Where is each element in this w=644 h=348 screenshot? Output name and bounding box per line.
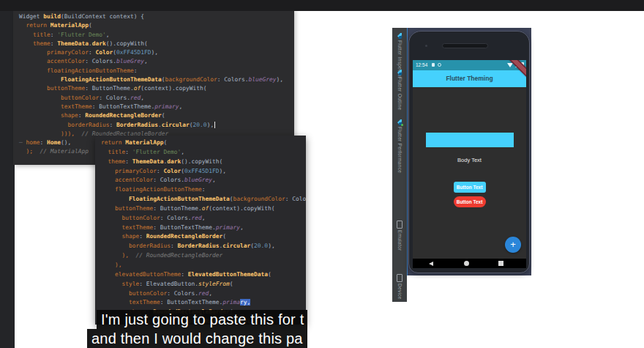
flutter-icon (397, 33, 402, 39)
caption-line-1: I'm just going to paste this for t (97, 310, 307, 329)
video-left-edge (0, 0, 15, 348)
sidebar-tab-flutter-outline[interactable]: Flutter Outline (392, 70, 407, 110)
green-dot-icon (401, 124, 403, 126)
android-nav-bar (413, 259, 526, 268)
speaker-grill (442, 43, 488, 48)
flat-button[interactable]: Button Text (454, 182, 486, 193)
sidebar-tab-flutter-performance[interactable]: Flutter Performance (392, 119, 407, 173)
tool-window-strip: Flutter Inspector Flutter Outline Flutte… (392, 28, 407, 302)
tab-label: Flutter Performance (397, 127, 402, 173)
status-bar: 12:54 (413, 60, 526, 70)
flutter-icon (397, 119, 402, 125)
phone-icon (397, 221, 402, 229)
front-camera (425, 45, 427, 47)
sidebar-tab-device[interactable]: Device (392, 274, 407, 300)
app-bar-title: Flutter Theming (413, 70, 526, 87)
nav-home-icon[interactable] (464, 261, 469, 266)
phone-icon (397, 274, 402, 282)
tab-label: Emulator (397, 230, 402, 251)
container-box (426, 133, 514, 147)
nav-recents-icon[interactable] (498, 261, 503, 266)
caption-line-2: and then I would change this pa (87, 329, 307, 348)
raised-button[interactable]: Button Text (454, 196, 486, 207)
notification-icon (432, 63, 435, 67)
fab-button[interactable]: + (505, 237, 521, 253)
wifi-icon (507, 63, 513, 67)
emulator-panel: Flutter Inspector Flutter Outline Flutte… (392, 28, 531, 302)
top-dark-bar (0, 0, 644, 11)
phone-frame: 12:54 Flutter Theming Body Text Button T… (408, 31, 530, 273)
clock-icon (438, 63, 441, 67)
flutter-icon (397, 70, 402, 75)
app-body: Body Text Button Text Button Text + (413, 87, 526, 259)
phone-screen: 12:54 Flutter Theming Body Text Button T… (413, 60, 526, 268)
body-text: Body Text (413, 157, 526, 163)
tab-label: Device (397, 284, 402, 300)
app-bar: Flutter Theming (413, 70, 526, 87)
nav-back-icon[interactable] (429, 262, 433, 266)
screenshot-root: Widget build(BuildContext context) { ret… (0, 0, 644, 348)
plus-icon: + (510, 239, 516, 250)
status-time: 12:54 (416, 62, 427, 67)
tab-label: Flutter Outline (397, 77, 402, 110)
code-editor-snippet-2: return MaterialApp( title: 'Flutter Demo… (95, 136, 306, 325)
sidebar-tab-emulator[interactable]: Emulator (392, 221, 407, 251)
